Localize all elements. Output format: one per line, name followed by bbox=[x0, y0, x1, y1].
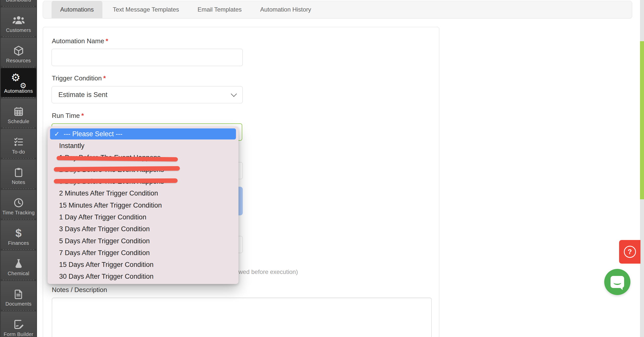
dropdown-option-please-select[interactable]: ✓ --- Please Select --- bbox=[50, 128, 236, 139]
flask-icon bbox=[13, 257, 24, 271]
run-time-label: Run Time* bbox=[52, 112, 84, 120]
clipboard-icon bbox=[13, 165, 24, 179]
trigger-condition-value: Estimate is Sent bbox=[58, 91, 107, 99]
dropdown-option[interactable]: 7 Days After Trigger Condition bbox=[48, 247, 238, 259]
sidebar-item-label: Automations bbox=[4, 88, 33, 94]
sidebar-item-label: Customers bbox=[6, 27, 31, 33]
form-pen-icon bbox=[13, 317, 25, 331]
sidebar-item-form-builder[interactable]: Form Builder bbox=[1, 311, 36, 337]
sidebar-item-label: Time Tracking bbox=[2, 210, 35, 216]
chat-bubble-icon bbox=[611, 276, 624, 288]
sidebar-item-todo[interactable]: To-do bbox=[1, 129, 36, 158]
sidebar-item-chemical[interactable]: Chemical bbox=[1, 251, 36, 279]
app-root: Dashboard Customers bbox=[0, 0, 644, 337]
automation-name-label: Automation Name* bbox=[52, 37, 108, 45]
chevron-down-icon bbox=[231, 91, 237, 97]
sidebar-item-label: Resources bbox=[6, 58, 31, 64]
run-time-dropdown: ✓ --- Please Select --- Instantly 1 Day … bbox=[48, 126, 238, 284]
sidebar-item-dashboard[interactable]: Dashboard bbox=[1, 0, 36, 6]
execution-hint-text: wed before execution) bbox=[238, 268, 298, 275]
sidebar-item-schedule[interactable]: Schedule bbox=[1, 99, 36, 127]
dollar-icon: $ bbox=[15, 226, 21, 240]
sidebar-item-resources[interactable]: Resources bbox=[1, 38, 36, 67]
required-asterisk: * bbox=[81, 112, 84, 119]
document-icon bbox=[13, 287, 24, 301]
sidebar-item-automations[interactable]: ⚙ ⚙ Automations bbox=[1, 68, 36, 97]
required-asterisk: * bbox=[103, 74, 106, 82]
sidebar-item-label: Notes bbox=[12, 179, 25, 185]
dropdown-option[interactable]: 15 Minutes After Trigger Condition bbox=[48, 199, 238, 211]
sidebar-item-finances[interactable]: $ Finances bbox=[1, 220, 36, 249]
tab-label: Automations bbox=[60, 6, 94, 13]
sidebar-item-time-tracking[interactable]: Time Tracking bbox=[1, 190, 36, 219]
sidebar-item-label: Finances bbox=[8, 240, 29, 246]
sidebar-item-label: Chemical bbox=[8, 271, 29, 276]
dropdown-option[interactable]: 3 Days After Trigger Condition bbox=[48, 223, 238, 235]
help-button[interactable]: ? bbox=[619, 240, 640, 264]
notes-description-label: Notes / Description bbox=[52, 286, 107, 294]
sidebar-item-documents[interactable]: Documents bbox=[1, 281, 36, 310]
clock-icon bbox=[13, 196, 24, 210]
tab-automation-history[interactable]: Automation History bbox=[257, 1, 314, 18]
customers-icon bbox=[12, 13, 25, 27]
trigger-condition-select[interactable]: Estimate is Sent bbox=[52, 86, 243, 103]
sidebar: Dashboard Customers bbox=[0, 0, 37, 337]
tab-email-templates[interactable]: Email Templates bbox=[195, 1, 244, 18]
checkmark-icon: ✓ bbox=[54, 130, 60, 138]
notes-description-textarea[interactable] bbox=[52, 298, 432, 337]
red-strikethrough-annotation bbox=[54, 178, 178, 184]
sidebar-item-label: Dashboard bbox=[6, 0, 31, 3]
tab-bar: Automations Text Message Templates Email… bbox=[43, 1, 632, 18]
sidebar-item-notes[interactable]: Notes bbox=[1, 159, 36, 188]
tab-label: Automation History bbox=[260, 6, 311, 13]
dropdown-option[interactable]: 2 Minutes After Trigger Condition bbox=[48, 187, 238, 199]
sidebar-item-label: To-do bbox=[12, 149, 25, 155]
sidebar-item-customers[interactable]: Customers bbox=[1, 7, 36, 36]
gears-icon: ⚙ ⚙ bbox=[11, 74, 27, 88]
tab-label: Email Templates bbox=[197, 6, 242, 13]
resources-cube-icon bbox=[13, 44, 25, 58]
required-asterisk: * bbox=[106, 37, 108, 45]
calendar-icon bbox=[13, 105, 24, 119]
tab-text-message-templates[interactable]: Text Message Templates bbox=[109, 1, 183, 18]
sidebar-item-label: Schedule bbox=[8, 119, 29, 124]
dropdown-option[interactable]: 5 Days After Trigger Condition bbox=[48, 235, 238, 247]
dropdown-option[interactable]: 15 Days After Trigger Condition bbox=[48, 259, 238, 271]
dropdown-option[interactable]: Instantly bbox=[48, 140, 238, 152]
trigger-condition-label: Trigger Condition* bbox=[52, 74, 106, 82]
tab-label: Text Message Templates bbox=[113, 6, 179, 13]
automation-name-input[interactable] bbox=[52, 49, 243, 66]
dropdown-option[interactable]: 1 Day After Trigger Condition bbox=[48, 211, 238, 223]
sidebar-item-label: Documents bbox=[6, 301, 32, 307]
scrollbar-thumb[interactable] bbox=[640, 41, 644, 199]
question-mark-icon: ? bbox=[624, 246, 636, 258]
checklist-icon bbox=[13, 135, 24, 149]
chat-launcher-button[interactable] bbox=[604, 269, 630, 295]
tab-automations[interactable]: Automations bbox=[52, 1, 102, 18]
dropdown-option[interactable]: 30 Days After Trigger Condition bbox=[48, 271, 238, 282]
sidebar-item-label: Form Builder bbox=[4, 331, 33, 337]
